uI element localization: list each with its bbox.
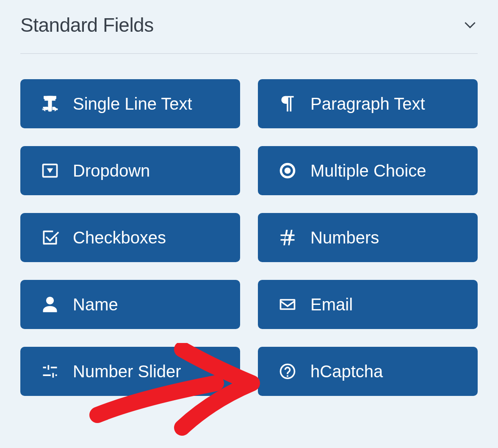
- paragraph-icon: [278, 94, 297, 113]
- field-name[interactable]: Name: [20, 280, 240, 329]
- field-checkboxes[interactable]: Checkboxes: [20, 213, 240, 262]
- field-label: Multiple Choice: [310, 161, 426, 180]
- field-hcaptcha[interactable]: hCaptcha: [258, 347, 478, 396]
- section-title: Standard Fields: [20, 14, 154, 36]
- envelope-icon: [278, 295, 297, 314]
- chevron-down-icon[interactable]: [462, 17, 478, 33]
- radio-icon: [278, 161, 297, 180]
- fields-grid: Single Line Text Paragraph Text Dropdown…: [20, 79, 478, 396]
- field-label: Single Line Text: [73, 94, 192, 113]
- hash-icon: [278, 228, 297, 247]
- field-label: Email: [310, 295, 353, 314]
- field-label: hCaptcha: [310, 362, 383, 381]
- checkbox-icon: [41, 228, 59, 247]
- field-label: Dropdown: [73, 161, 150, 180]
- field-single-line-text[interactable]: Single Line Text: [20, 79, 240, 128]
- person-icon: [41, 295, 59, 314]
- text-cursor-icon: [41, 94, 59, 113]
- field-label: Number Slider: [73, 362, 181, 381]
- field-number-slider[interactable]: Number Slider: [20, 347, 240, 396]
- field-dropdown[interactable]: Dropdown: [20, 146, 240, 195]
- field-email[interactable]: Email: [258, 280, 478, 329]
- field-label: Numbers: [310, 228, 379, 247]
- field-label: Paragraph Text: [310, 94, 425, 113]
- question-icon: [278, 362, 297, 381]
- section-header[interactable]: Standard Fields: [20, 14, 478, 54]
- slider-icon: [41, 362, 59, 381]
- field-label: Checkboxes: [73, 228, 166, 247]
- field-numbers[interactable]: Numbers: [258, 213, 478, 262]
- field-paragraph-text[interactable]: Paragraph Text: [258, 79, 478, 128]
- dropdown-icon: [41, 161, 59, 180]
- field-label: Name: [73, 295, 118, 314]
- field-multiple-choice[interactable]: Multiple Choice: [258, 146, 478, 195]
